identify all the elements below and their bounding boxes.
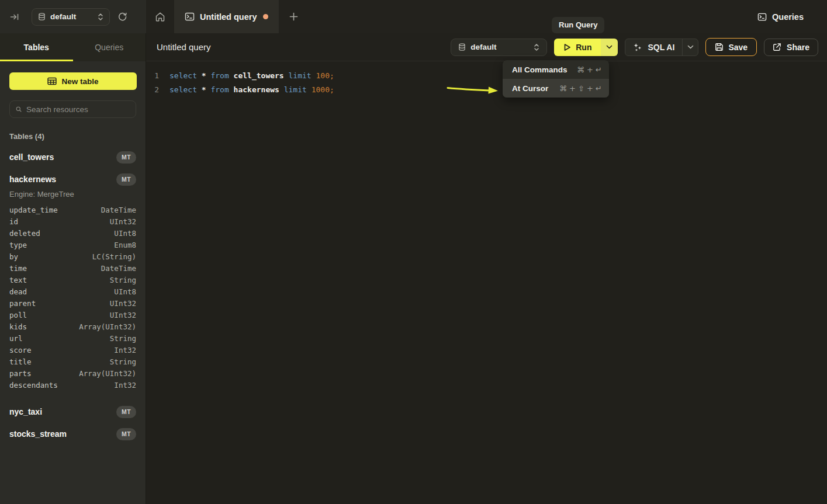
tab-strip: Untitled query <box>146 0 308 33</box>
active-tab-underline <box>0 60 73 61</box>
save-icon <box>715 43 724 51</box>
run-button-label: Run <box>576 43 591 52</box>
column-name: deleted <box>9 229 40 238</box>
queries-button[interactable]: Queries <box>757 0 804 33</box>
column-row[interactable]: partsArray(UInt32) <box>0 367 146 379</box>
sql-editor[interactable]: 1select * from cell_towers limit 100;2se… <box>146 61 827 504</box>
save-button[interactable]: Save <box>705 38 757 56</box>
new-tab-button[interactable] <box>279 0 308 33</box>
selector-updown-icon <box>534 43 539 51</box>
sidebar-tab-queries[interactable]: Queries <box>73 33 146 61</box>
column-row[interactable]: kidsArray(UInt32) <box>0 321 146 332</box>
column-name: descendants <box>9 381 58 390</box>
column-type: LC(String) <box>92 252 136 261</box>
search-input[interactable] <box>26 105 130 114</box>
table-item-nyc-taxi[interactable]: nyc_taxi MT <box>0 402 146 421</box>
column-type: DateTime <box>101 264 136 273</box>
share-button-label: Share <box>787 43 809 52</box>
table-icon <box>47 77 57 85</box>
column-type: String <box>110 276 136 284</box>
run-button-group: Run <box>554 39 618 56</box>
column-row[interactable]: titleString <box>0 356 146 367</box>
run-query-tooltip: Run Query <box>552 17 604 33</box>
table-item-stocks-stream[interactable]: stocks_stream MT <box>0 425 146 443</box>
code-line[interactable]: 1select * from cell_towers limit 100; <box>146 68 827 82</box>
column-row[interactable]: urlString <box>0 332 146 344</box>
query-tab[interactable]: Untitled query <box>174 0 279 33</box>
sql-ai-options-chevron[interactable] <box>682 39 698 55</box>
run-menu: All Commands⌘ + ↵At Cursor⌘ + ⇧ + ↵ <box>503 60 609 98</box>
search-box <box>9 100 136 118</box>
column-name: id <box>9 217 18 226</box>
engine-badge: MT <box>116 406 136 418</box>
run-button[interactable]: Run <box>554 39 601 56</box>
column-name: dead <box>9 287 27 296</box>
run-menu-item[interactable]: At Cursor⌘ + ⇧ + ↵ <box>503 79 609 98</box>
column-row[interactable]: descendantsInt32 <box>0 379 146 391</box>
line-number: 2 <box>146 85 159 94</box>
column-name: kids <box>9 322 27 331</box>
column-row[interactable]: pollUInt32 <box>0 309 146 321</box>
code-text: select * from hackernews limit 1000; <box>169 85 334 94</box>
column-row[interactable]: timeDateTime <box>0 262 146 274</box>
new-table-button[interactable]: New table <box>9 72 137 90</box>
column-type: DateTime <box>101 206 136 214</box>
collapse-sidebar-icon[interactable] <box>9 12 20 22</box>
tables-section-label: Tables (4) <box>9 132 136 141</box>
engine-badge: MT <box>116 428 136 440</box>
code-text: select * from cell_towers limit 100; <box>169 71 334 80</box>
column-name: poll <box>9 311 27 319</box>
database-icon <box>458 43 466 51</box>
column-type: Enum8 <box>114 241 136 249</box>
share-button[interactable]: Share <box>764 39 818 56</box>
sidebar: Tables Queries New table Tables (4) cell… <box>0 33 146 504</box>
table-item-cell-towers[interactable]: cell_towers MT <box>0 148 146 166</box>
column-row[interactable]: idUInt32 <box>0 215 146 227</box>
sidebar-tab-tables[interactable]: Tables <box>0 33 73 61</box>
menu-item-shortcut: ⌘ + ↵ <box>577 65 602 74</box>
save-button-label: Save <box>728 43 748 52</box>
chevron-down-icon <box>606 45 613 49</box>
database-selector[interactable]: default <box>32 8 110 26</box>
selector-updown-icon <box>98 13 103 21</box>
column-type: UInt32 <box>110 299 136 308</box>
refresh-icon[interactable] <box>117 12 127 22</box>
column-row[interactable]: deadUInt8 <box>0 286 146 297</box>
sidebar-tabs: Tables Queries <box>0 33 146 61</box>
column-row[interactable]: deletedUInt8 <box>0 227 146 239</box>
engine-badge: MT <box>116 173 136 186</box>
column-name: score <box>9 346 32 354</box>
queries-button-label: Queries <box>772 12 804 22</box>
column-name: url <box>9 334 23 343</box>
header-controls: default Run SQL AI <box>451 38 818 56</box>
engine-info: Engine: MergeTree <box>9 190 136 199</box>
annotation-arrow <box>445 82 501 96</box>
column-row[interactable]: textString <box>0 274 146 286</box>
column-name: parent <box>9 299 36 308</box>
column-row[interactable]: update_timeDateTime <box>0 204 146 215</box>
column-name: time <box>9 264 27 273</box>
column-row[interactable]: parentUInt32 <box>0 297 146 309</box>
menu-item-label: At Cursor <box>512 84 548 93</box>
plus-icon <box>289 12 298 21</box>
column-row[interactable]: typeEnum8 <box>0 239 146 251</box>
home-icon <box>155 12 165 22</box>
sql-ai-button-group: SQL AI <box>625 39 698 56</box>
terminal-icon <box>185 12 195 22</box>
column-row[interactable]: byLC(String) <box>0 251 146 262</box>
menu-item-label: All Commands <box>512 65 568 74</box>
table-item-hackernews[interactable]: hackernews MT <box>0 170 146 189</box>
column-type: String <box>110 357 136 366</box>
column-row[interactable]: scoreInt32 <box>0 344 146 356</box>
run-options-chevron[interactable] <box>601 39 618 56</box>
run-menu-item[interactable]: All Commands⌘ + ↵ <box>503 60 609 79</box>
hackernews-columns: update_timeDateTimeidUInt32deletedUInt8t… <box>0 204 146 391</box>
sql-ai-button[interactable]: SQL AI <box>625 39 682 55</box>
table-name: stocks_stream <box>9 429 67 439</box>
header-database-selector[interactable]: default <box>451 39 547 56</box>
search-icon <box>16 105 22 113</box>
top-bar: default Untitled query <box>0 0 827 33</box>
column-type: Int32 <box>114 381 136 390</box>
column-type: UInt8 <box>114 229 136 238</box>
home-tab[interactable] <box>146 0 174 33</box>
